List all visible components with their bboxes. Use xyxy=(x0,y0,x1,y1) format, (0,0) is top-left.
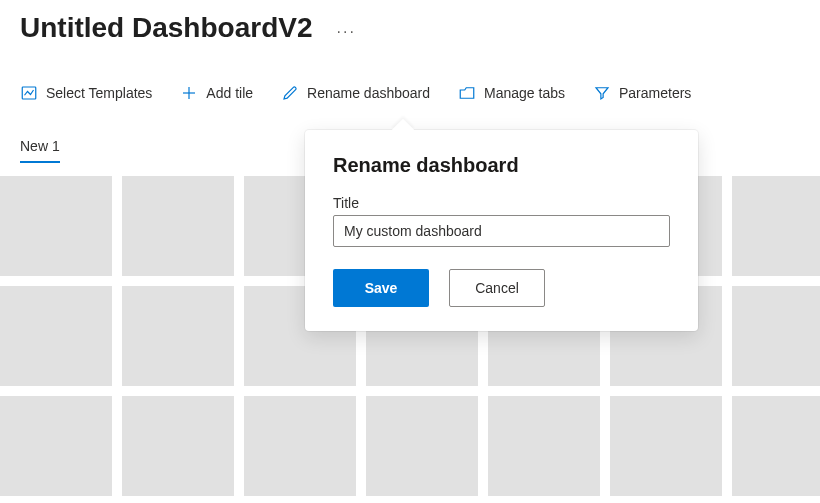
title-field-label: Title xyxy=(333,195,670,211)
save-button[interactable]: Save xyxy=(333,269,429,307)
title-input[interactable] xyxy=(333,215,670,247)
dashboard-tile[interactable] xyxy=(0,396,112,496)
chart-template-icon xyxy=(20,84,38,102)
manage-tabs-button[interactable]: Manage tabs xyxy=(458,84,565,102)
select-templates-button[interactable]: Select Templates xyxy=(20,84,152,102)
tabs-icon xyxy=(458,84,476,102)
parameters-label: Parameters xyxy=(619,85,691,101)
tab-new-1[interactable]: New 1 xyxy=(20,138,60,162)
dashboard-tile[interactable] xyxy=(0,286,112,386)
more-actions-button[interactable]: ... xyxy=(336,19,355,37)
add-tile-button[interactable]: Add tile xyxy=(180,84,253,102)
dashboard-tile[interactable] xyxy=(732,286,820,386)
toolbar: Select Templates Add tile Rename dashboa… xyxy=(0,48,820,112)
pencil-icon xyxy=(281,84,299,102)
dashboard-tile[interactable] xyxy=(732,176,820,276)
rename-dashboard-panel: Rename dashboard Title Save Cancel xyxy=(305,130,698,331)
page-title: Untitled DashboardV2 xyxy=(20,12,312,44)
funnel-icon xyxy=(593,84,611,102)
add-tile-label: Add tile xyxy=(206,85,253,101)
plus-icon xyxy=(180,84,198,102)
select-templates-label: Select Templates xyxy=(46,85,152,101)
dashboard-tile[interactable] xyxy=(0,176,112,276)
parameters-button[interactable]: Parameters xyxy=(593,84,691,102)
dashboard-tile[interactable] xyxy=(366,396,478,496)
dashboard-tile[interactable] xyxy=(488,396,600,496)
rename-dashboard-label: Rename dashboard xyxy=(307,85,430,101)
dashboard-tile[interactable] xyxy=(122,176,234,276)
rename-dashboard-button[interactable]: Rename dashboard xyxy=(281,84,430,102)
dashboard-tile[interactable] xyxy=(244,396,356,496)
dashboard-tile[interactable] xyxy=(122,286,234,386)
cancel-button[interactable]: Cancel xyxy=(449,269,545,307)
manage-tabs-label: Manage tabs xyxy=(484,85,565,101)
dashboard-tile[interactable] xyxy=(610,396,722,496)
dashboard-tile[interactable] xyxy=(732,396,820,496)
dashboard-tile[interactable] xyxy=(122,396,234,496)
panel-heading: Rename dashboard xyxy=(333,154,670,177)
